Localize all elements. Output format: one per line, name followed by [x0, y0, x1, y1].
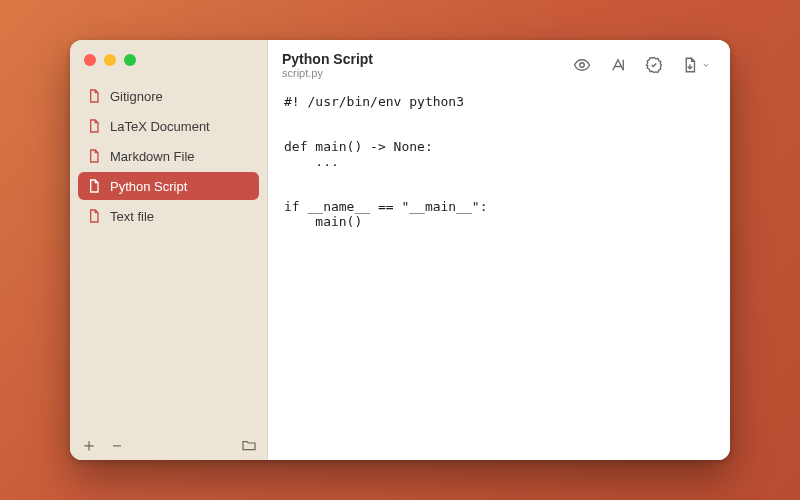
sidebar: Gitignore LaTeX Document Markdown File P… [70, 40, 268, 460]
close-icon[interactable] [84, 54, 96, 66]
sidebar-item-markdown[interactable]: Markdown File [78, 142, 259, 170]
verify-button[interactable] [640, 52, 668, 78]
sidebar-item-label: Python Script [110, 179, 187, 194]
sidebar-item-label: Markdown File [110, 149, 195, 164]
folder-icon[interactable] [241, 437, 257, 453]
document-icon [86, 88, 102, 104]
eye-icon [573, 56, 591, 74]
code-editor[interactable]: #! /usr/bin/env python3 def main() -> No… [268, 90, 730, 460]
sidebar-item-label: Text file [110, 209, 154, 224]
sidebar-item-gitignore[interactable]: Gitignore [78, 82, 259, 110]
preview-button[interactable] [568, 52, 596, 78]
document-icon [86, 178, 102, 194]
document-icon [86, 118, 102, 134]
export-button[interactable] [676, 52, 716, 78]
maximize-icon[interactable] [124, 54, 136, 66]
document-export-icon [681, 56, 699, 74]
sidebar-item-label: Gitignore [110, 89, 163, 104]
sidebar-item-textfile[interactable]: Text file [78, 202, 259, 230]
document-icon [86, 208, 102, 224]
document-icon [86, 148, 102, 164]
sidebar-item-label: LaTeX Document [110, 119, 210, 134]
app-window: Gitignore LaTeX Document Markdown File P… [70, 40, 730, 460]
sidebar-item-python[interactable]: Python Script [78, 172, 259, 200]
title-block: Python Script script.py [282, 51, 373, 80]
sidebar-footer: ＋ － [70, 430, 267, 460]
remove-icon[interactable]: － [108, 437, 124, 453]
window-controls [70, 40, 267, 76]
add-icon[interactable]: ＋ [80, 437, 96, 453]
chevron-down-icon [701, 60, 711, 70]
toolbar: Python Script script.py [268, 40, 730, 90]
rename-button[interactable] [604, 52, 632, 78]
svg-point-0 [580, 63, 585, 68]
template-list: Gitignore LaTeX Document Markdown File P… [70, 76, 267, 430]
minimize-icon[interactable] [104, 54, 116, 66]
sidebar-item-latex[interactable]: LaTeX Document [78, 112, 259, 140]
document-title: Python Script [282, 51, 373, 67]
text-cursor-icon [609, 56, 627, 74]
badge-check-icon [645, 56, 663, 74]
document-filename: script.py [282, 67, 373, 80]
main-panel: Python Script script.py #! /usr/bin/env … [268, 40, 730, 460]
